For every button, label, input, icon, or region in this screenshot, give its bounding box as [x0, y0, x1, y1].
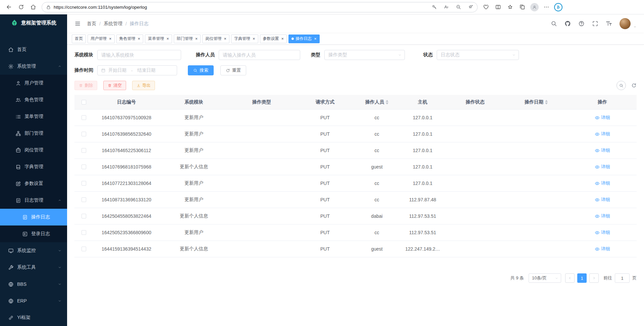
- user-avatar[interactable]: [620, 18, 631, 29]
- detail-link[interactable]: 详细: [595, 115, 610, 121]
- sidebar-item-9[interactable]: 日志管理: [0, 192, 67, 209]
- sidebar-item-5[interactable]: 部门管理: [0, 125, 67, 142]
- col-header-date[interactable]: 操作日期: [504, 95, 568, 109]
- collections-icon[interactable]: [517, 1, 528, 13]
- reset-button[interactable]: 重置: [220, 65, 246, 75]
- sidebar-item-1[interactable]: 系统管理: [0, 58, 67, 75]
- tab-close-icon[interactable]: ×: [195, 37, 198, 41]
- breadcrumb-system[interactable]: 系统管理: [104, 21, 122, 27]
- detail-link[interactable]: 详细: [595, 147, 610, 153]
- tab-close-icon[interactable]: ×: [166, 37, 169, 41]
- sidebar-item-3[interactable]: 角色管理: [0, 91, 67, 108]
- browser-menu-icon[interactable]: [541, 1, 552, 13]
- fullscreen-icon[interactable]: [592, 20, 598, 27]
- address-bar[interactable]: https://ccnetcore.com:1101/system/log/op…: [42, 2, 478, 12]
- sidebar-item-12[interactable]: 系统监控: [0, 242, 67, 259]
- row-checkbox[interactable]: [82, 115, 86, 120]
- sidebar-toggle-icon[interactable]: [74, 20, 81, 27]
- avatar-caret-icon[interactable]: [633, 25, 637, 28]
- refresh-table-icon[interactable]: [631, 83, 637, 88]
- start-date-placeholder[interactable]: 开始日期: [108, 67, 126, 73]
- tab-8[interactable]: 操作日志 ×: [288, 35, 320, 43]
- favorites-icon[interactable]: [504, 1, 516, 13]
- sort-icons[interactable]: [386, 100, 388, 105]
- browser-essentials-icon[interactable]: [480, 1, 492, 13]
- delete-button[interactable]: 删除: [74, 81, 97, 90]
- page-size-select[interactable]: 10条/页: [529, 273, 561, 283]
- tab-close-icon[interactable]: ×: [314, 37, 317, 41]
- goto-page-input[interactable]: [615, 273, 630, 283]
- browser-home-icon[interactable]: [28, 1, 39, 13]
- split-screen-icon[interactable]: [492, 1, 504, 13]
- detail-link[interactable]: 详细: [595, 197, 610, 203]
- url-text[interactable]: https://ccnetcore.com:1101/system/log/op…: [54, 5, 427, 10]
- breadcrumb-home[interactable]: 首页: [87, 21, 96, 27]
- sidebar-item-11[interactable]: 登录日志: [0, 225, 67, 242]
- sidebar-item-13[interactable]: 系统工具: [0, 259, 67, 276]
- add-favorite-icon[interactable]: [466, 3, 475, 11]
- tab-0[interactable]: 首页: [72, 35, 86, 43]
- sidebar-item-14[interactable]: BBS: [0, 276, 67, 292]
- header-search-icon[interactable]: [551, 20, 557, 27]
- tab-close-icon[interactable]: ×: [224, 37, 226, 41]
- sidebar-item-6[interactable]: 岗位管理: [0, 142, 67, 158]
- tab-close-icon[interactable]: ×: [253, 37, 255, 41]
- back-icon[interactable]: [3, 1, 15, 13]
- read-aloud-icon[interactable]: [442, 3, 451, 11]
- tab-3[interactable]: 菜单管理 ×: [145, 35, 172, 43]
- sidebar-item-7[interactable]: 字典管理: [0, 158, 67, 175]
- toggle-search-icon[interactable]: [616, 81, 626, 90]
- tab-close-icon[interactable]: ×: [138, 37, 141, 41]
- help-icon[interactable]: [578, 20, 585, 27]
- date-range-picker[interactable]: 开始日期 - 结束日期: [97, 65, 177, 75]
- sidebar-item-8[interactable]: 参数设置: [0, 175, 67, 192]
- tab-4[interactable]: 部门管理 ×: [174, 35, 201, 43]
- sort-icons[interactable]: [545, 100, 548, 105]
- row-checkbox[interactable]: [82, 132, 86, 136]
- row-checkbox[interactable]: [82, 197, 86, 202]
- prev-page-button[interactable]: [565, 273, 575, 283]
- type-select[interactable]: 操作类型: [324, 50, 405, 60]
- row-checkbox[interactable]: [82, 214, 86, 218]
- sidebar-item-0[interactable]: 首页: [0, 41, 67, 58]
- zoom-out-icon[interactable]: [454, 3, 463, 11]
- tab-7[interactable]: 参数设置 ×: [260, 35, 287, 43]
- browser-profile-avatar[interactable]: [529, 1, 540, 13]
- tab-2[interactable]: 角色管理 ×: [116, 35, 144, 43]
- detail-link[interactable]: 详细: [595, 246, 610, 252]
- row-checkbox[interactable]: [82, 181, 86, 186]
- detail-link[interactable]: 详细: [595, 230, 610, 236]
- bing-copilot-icon[interactable]: b: [554, 3, 562, 11]
- tab-5[interactable]: 岗位管理 ×: [202, 35, 229, 43]
- row-checkbox[interactable]: [82, 165, 86, 169]
- search-button[interactable]: 搜索: [188, 65, 214, 75]
- detail-link[interactable]: 详细: [595, 131, 610, 137]
- tab-1[interactable]: 用户管理 ×: [88, 35, 115, 43]
- detail-link[interactable]: 详细: [595, 213, 610, 219]
- detail-link[interactable]: 详细: [595, 164, 610, 170]
- detail-link[interactable]: 详细: [595, 180, 610, 186]
- page-number-1[interactable]: 1: [577, 273, 587, 283]
- github-icon[interactable]: [565, 20, 571, 27]
- end-date-placeholder[interactable]: 结束日期: [138, 67, 156, 73]
- tab-close-icon[interactable]: ×: [109, 37, 112, 41]
- col-header-operator[interactable]: 操作人员: [355, 95, 399, 109]
- row-checkbox[interactable]: [82, 230, 86, 235]
- password-key-icon[interactable]: [430, 3, 439, 11]
- sidebar-item-16[interactable]: Yi框架: [0, 309, 67, 326]
- sidebar-item-4[interactable]: 菜单管理: [0, 108, 67, 125]
- sidebar-item-10[interactable]: 操作日志: [0, 209, 67, 225]
- module-input[interactable]: [97, 50, 181, 60]
- row-checkbox[interactable]: [82, 247, 86, 251]
- select-all-checkbox[interactable]: [82, 100, 86, 105]
- operator-input[interactable]: [219, 50, 300, 60]
- next-page-button[interactable]: [589, 273, 599, 283]
- status-select[interactable]: 日志状态: [437, 50, 519, 60]
- font-size-icon[interactable]: [606, 20, 612, 27]
- export-button[interactable]: 导出: [132, 81, 155, 90]
- refresh-page-icon[interactable]: [15, 1, 27, 13]
- sidebar-item-15[interactable]: ERP: [0, 292, 67, 309]
- tab-6[interactable]: 字典管理 ×: [231, 35, 258, 43]
- clear-button[interactable]: 清空: [103, 81, 126, 90]
- tab-close-icon[interactable]: ×: [281, 37, 284, 41]
